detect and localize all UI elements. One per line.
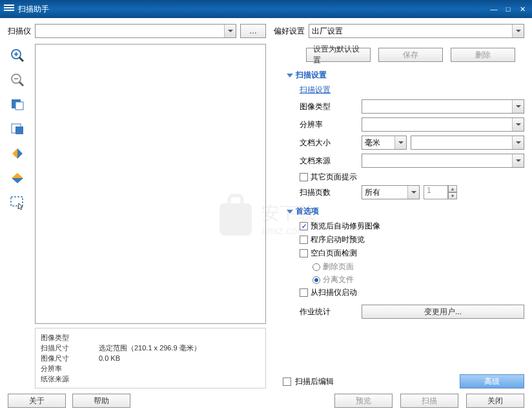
presets-combo[interactable]: 出厂设置 [309,24,524,38]
scan-pages-label: 扫描页数 [300,187,362,198]
chevron-down-icon [407,186,419,199]
info-resolution-label: 分辨率 [41,363,99,374]
close-window-button[interactable]: ✕ [517,3,528,15]
info-image-type-label: 图像类型 [41,332,99,343]
launch-scanner-checkbox[interactable] [300,288,308,297]
about-button[interactable]: 关于 [8,394,66,408]
separate-file-label: 分离文件 [323,274,354,285]
other-pages-label: 其它页面提示 [311,172,357,183]
change-user-button[interactable]: 变更用户... [362,305,524,319]
scanner-combo[interactable] [35,24,236,38]
job-stats-label: 作业统计 [300,307,362,317]
spin-up-icon[interactable]: ▲ [448,185,457,192]
preview-canvas[interactable] [35,44,266,324]
edit-after-scan-checkbox[interactable] [283,378,291,386]
flip-vertical-icon[interactable] [8,169,27,187]
scan-settings-header[interactable]: 扫描设置 [287,70,524,81]
zoom-in-icon[interactable] [8,46,27,65]
image-type-label: 图像类型 [300,101,362,112]
set-default-button[interactable]: 设置为默认设置 [306,48,371,62]
scan-pages-combo[interactable]: 所有 [362,185,420,199]
chevron-down-icon [512,118,524,131]
svg-marker-13 [12,173,23,178]
close-button[interactable]: 关闭 [466,394,524,408]
maximize-button[interactable]: □ [502,3,514,15]
svg-marker-11 [12,148,17,159]
info-image-size-label: 图像尺寸 [41,353,99,363]
resolution-label: 分辨率 [300,119,362,130]
chevron-down-icon [512,100,524,113]
help-button[interactable]: 帮助 [72,394,130,408]
doc-source-combo[interactable] [362,154,524,168]
collapse-icon [287,210,293,214]
chevron-down-icon [512,25,524,37]
svg-rect-10 [15,126,23,134]
delete-page-radio[interactable] [312,263,320,271]
flip-horizontal-icon[interactable] [8,145,27,163]
info-scan-size-label: 扫描尺寸 [41,343,99,353]
save-preset-button[interactable]: 保存 [378,48,443,62]
svg-line-5 [19,82,23,86]
svg-marker-14 [12,178,23,183]
auto-crop-checkbox[interactable] [300,222,308,230]
chevron-down-icon [512,136,524,149]
info-size-value: 0.0 KB [99,353,260,363]
options-header[interactable]: 首选项 [287,206,524,217]
launch-scanner-label: 从扫描仪启动 [311,287,357,298]
info-box: 图像类型 扫描尺寸选定范围（210.1 x 296.9 毫米） 图像尺寸0.0 … [35,328,266,388]
zoom-out-icon[interactable] [8,71,27,89]
chevron-down-icon [512,154,524,167]
info-range-value: 选定范围（210.1 x 296.9 毫米） [99,343,260,353]
page-count-spinner[interactable]: 1 ▲▼ [424,185,457,199]
doc-size-combo[interactable] [411,136,524,150]
titlebar: 扫描助手 — □ ✕ [0,0,532,18]
presets-label: 偏好设置 [274,26,305,37]
edit-after-scan-label: 扫描后编辑 [295,376,334,387]
preview-button[interactable]: 预览 [334,394,393,408]
spin-down-icon[interactable]: ▼ [448,192,457,199]
rotate-left-icon[interactable] [8,96,27,114]
svg-line-1 [19,57,23,61]
rotate-right-icon[interactable] [8,120,27,138]
scan-settings-subtitle: 扫描设置 [300,85,524,96]
chevron-down-icon [394,136,406,149]
preview-launch-checkbox[interactable] [300,236,308,244]
info-paper-source-label: 纸张来源 [41,374,99,384]
advanced-button[interactable]: 高级 [460,374,524,388]
toolbar [8,44,30,388]
doc-size-label: 文档大小 [300,137,362,148]
marquee-select-icon[interactable] [8,194,27,212]
chevron-down-icon [224,25,236,37]
separate-file-radio[interactable] [312,276,320,284]
scan-button[interactable]: 扫描 [400,394,458,408]
resolution-combo[interactable] [362,117,524,132]
auto-crop-label: 预览后自动修剪图像 [311,221,380,232]
svg-rect-15 [11,197,23,206]
preview-launch-label: 程序启动时预览 [311,234,365,245]
other-pages-checkbox[interactable] [300,173,308,181]
svg-marker-12 [17,148,23,159]
window-title: 扫描助手 [18,4,488,15]
app-icon [4,5,14,14]
scanner-label: 扫描仪 [8,26,31,37]
delete-preset-button[interactable]: 删除 [451,48,515,62]
doc-source-label: 文档来源 [300,156,362,166]
browse-scanner-button[interactable]: … [240,24,266,38]
collapse-icon [287,74,293,77]
blank-detect-label: 空白页面检测 [311,248,357,259]
doc-size-unit-combo[interactable]: 毫米 [362,136,407,150]
image-type-combo[interactable] [362,99,524,114]
delete-page-label: 删除页面 [323,261,354,272]
svg-rect-8 [15,102,23,110]
minimize-button[interactable]: — [488,3,500,15]
blank-detect-checkbox[interactable] [300,249,308,257]
